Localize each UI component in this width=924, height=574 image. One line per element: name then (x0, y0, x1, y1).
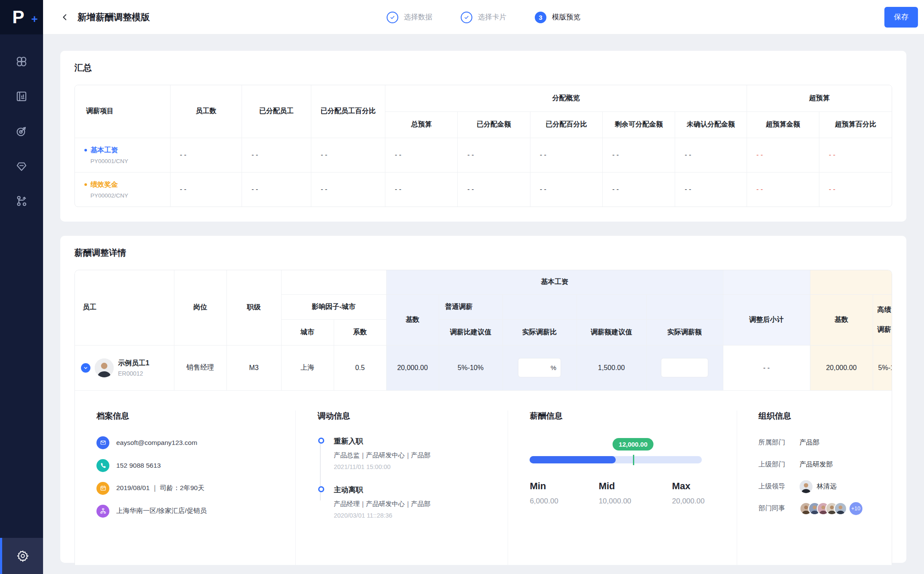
scale-mid: Mid 10,000.00 (598, 481, 631, 506)
sidebar-item-target[interactable] (0, 114, 43, 148)
detail-title: 薪酬调整详情 (74, 247, 892, 259)
back-chevron-icon (61, 13, 69, 22)
colleague-avatar (834, 502, 847, 515)
pay-item-code: PY00002/CNY (90, 192, 170, 199)
report-book-icon (15, 90, 28, 103)
col-allocated-amount: 已分配金额 (458, 111, 530, 138)
percent-suffix: % (551, 364, 556, 371)
more-colleagues-badge[interactable]: +10 (850, 502, 862, 515)
cell-subtotal: - - (723, 345, 810, 390)
col-assigned-percent: 已分配员工百分比 (311, 85, 385, 138)
step-label: 选择卡片 (478, 12, 506, 22)
target-icon (15, 125, 28, 138)
summary-title: 汇总 (74, 62, 892, 74)
summary-table-wrap: 调薪项目 员工数 已分配员工 已分配员工百分比 分配概览 超预算 总预算 已分配… (74, 85, 892, 207)
cell-value: - - (311, 138, 385, 172)
ratio-actual-input[interactable]: % (518, 358, 561, 377)
col-allocated-percent: 已分配百分比 (530, 111, 602, 138)
profile-hire-date-row: 2019/08/01 ｜ 司龄：2年90天 (96, 482, 287, 495)
col-empty (502, 294, 577, 319)
col-total-budget: 总预算 (385, 111, 458, 138)
salary-info-section: 薪酬信息 12,000.00 Min 6,000.00 (508, 410, 736, 565)
chevron-down-icon (83, 365, 89, 371)
col-bonus-group-clipped: 高绩 调薪 (873, 294, 892, 345)
cell-value: - - (675, 138, 747, 172)
sidebar-item-benefit[interactable] (0, 148, 43, 183)
cell-value: - - (242, 172, 311, 207)
amount-actual-input-field[interactable] (666, 358, 704, 377)
diamond-icon (15, 160, 28, 173)
employee-avatar (95, 358, 114, 377)
col-factor-spacer (281, 270, 386, 294)
transfer-info-title: 调动信息 (317, 410, 499, 422)
col-subtotal-spacer (723, 270, 810, 294)
leader-name: 林清远 (817, 482, 837, 491)
col-empty (577, 294, 646, 319)
step-select-data[interactable]: 选择数据 (387, 12, 432, 23)
cell-value: - - (170, 172, 242, 207)
event-name: 重新入职 (334, 436, 499, 446)
col-amount-actual: 实际调薪额 (646, 319, 723, 345)
pay-item-link[interactable]: 基本工资 (84, 146, 170, 155)
transfer-info-section: 调动信息 重新入职 产品总监｜产品研发中心｜产品部 2021/11/01 15:… (295, 410, 508, 565)
org-path-value: 上海华南一区/徐家汇店/促销员 (116, 506, 207, 515)
step-done-icon (387, 12, 398, 23)
col-coefficient: 系数 (334, 319, 386, 345)
col-amount-suggested: 调薪额建议值 (577, 319, 646, 345)
col-group-allocation-overview: 分配概览 (385, 85, 747, 111)
col-adjust-item: 调薪项目 (75, 85, 170, 138)
logo-text: P (12, 8, 24, 26)
summary-row-performance-bonus: 绩效奖金 PY00002/CNY - - - - - - - - - - - -… (75, 172, 892, 207)
col-unconfirmed: 未确认分配金额 (675, 111, 747, 138)
cell-city: 上海 (281, 345, 334, 390)
detail-row-employee-1: 示例员工1 ER00012 销售经理 M3 上海 0.5 20,000.00 5… (75, 345, 892, 390)
cell-grade: M3 (226, 345, 281, 390)
step-select-card[interactable]: 选择卡片 (461, 12, 506, 23)
sidebar-item-orgflow[interactable] (0, 183, 43, 218)
cell-amount-suggested: 1,500.00 (577, 345, 646, 390)
sidebar-item-apps[interactable] (0, 44, 43, 79)
profile-phone-row: 152 9088 5613 (96, 459, 287, 472)
pay-item-link[interactable]: 绩效奖金 (84, 180, 170, 189)
save-button[interactable]: 保存 (884, 7, 918, 28)
col-remaining: 剩余可分配金额 (603, 111, 675, 138)
col-grade: 职级 (226, 270, 281, 345)
scale-min: Min 6,000.00 (530, 481, 558, 506)
sidebar-item-report[interactable] (0, 79, 43, 114)
cell-ratio-suggested: 5%-10% (439, 345, 502, 390)
summary-row-base-salary: 基本工资 PY00001/CNY - - - - - - - - - - - -… (75, 138, 892, 172)
sidebar-nav (0, 34, 43, 218)
cell-value: - - (242, 138, 311, 172)
col-employee: 员工 (75, 270, 174, 345)
col-group-normal-adjust: 普通调薪 (439, 294, 502, 319)
back-button[interactable] (59, 11, 71, 24)
profile-info-title: 档案信息 (96, 410, 287, 422)
bullet-dot (84, 149, 87, 151)
hire-date-value: 2019/08/01 ｜ 司龄：2年90天 (116, 484, 205, 493)
org-icon (96, 505, 109, 518)
col-ratio-actual: 实际调薪比 (502, 319, 577, 345)
mail-icon (96, 436, 109, 449)
main-content: 汇总 调薪项目 员工数 已分配员工 已分配员工百分比 分配概览 超预算 总预算 (43, 34, 924, 574)
amount-actual-input[interactable] (661, 358, 708, 377)
expanded-employee-detail: 档案信息 eaysoft@company123.com 152 9088 561… (75, 391, 892, 565)
profile-info-section: 档案信息 eaysoft@company123.com 152 9088 561… (75, 410, 295, 565)
timeline-node-icon (318, 438, 324, 444)
expand-row-button[interactable] (81, 363, 90, 373)
cell-value: - - (458, 172, 530, 207)
summary-card: 汇总 调薪项目 员工数 已分配员工 已分配员工百分比 分配概览 超预算 总预算 (60, 51, 906, 222)
salary-range-bar: 12,000.00 Min 6,000.00 Mid (530, 456, 702, 511)
sidebar-item-settings[interactable] (0, 538, 43, 574)
col-group-overbudget: 超预算 (747, 85, 892, 111)
col-group-base-salary: 基本工资 (386, 270, 723, 294)
col-subtotal: 调整后小计 (723, 294, 810, 345)
cell-value: - - (675, 172, 747, 207)
detail-table-wrap: 员工 岗位 职级 基本工资 影响因子-城市 基数 普通调薪 调整后小计 (74, 270, 892, 565)
cell-value: - - (170, 138, 242, 172)
org-info-title: 组织信息 (759, 410, 883, 422)
page-title: 新增薪酬调整模版 (78, 11, 150, 23)
ratio-actual-input-field[interactable] (523, 358, 549, 377)
col-base: 基数 (386, 294, 439, 345)
step-template-preview[interactable]: 3 模版预览 (535, 12, 580, 23)
col-overbudget-percent: 超预算百分比 (819, 111, 892, 138)
